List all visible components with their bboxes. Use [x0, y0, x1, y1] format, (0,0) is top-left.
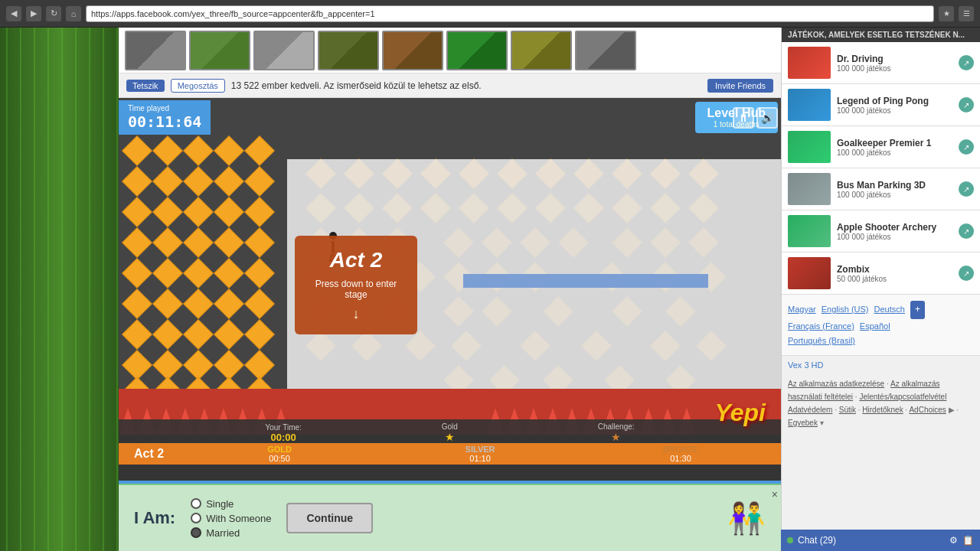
lang-francais[interactable]: Français (France): [788, 321, 854, 331]
sound-button[interactable]: 🔊: [756, 107, 778, 129]
score-act-label: Act 2: [119, 447, 179, 461]
menu-button[interactable]: ☰: [959, 6, 974, 21]
chat-bar: Chat (29) ⚙ 📋: [781, 530, 980, 551]
chat-gear-icon[interactable]: ⚙: [949, 535, 958, 546]
score-bottom: Act 2 GOLD 00:50 SILVER 01:10 BRONZE 01:…: [119, 443, 781, 465]
game-item-zombix[interactable]: Zombix 50 000 játékos ↗: [782, 253, 980, 295]
challenge-label: Challenge:: [598, 422, 635, 431]
ad-close-button[interactable]: ×: [772, 488, 778, 500]
diamond-tile: [214, 135, 244, 166]
game-item-bus-man[interactable]: Bus Man Parking 3D 100 000 játékos ↗: [782, 168, 980, 210]
footer-other[interactable]: Egyebek: [788, 419, 818, 427]
share-icon-goalkeeper[interactable]: ↗: [959, 139, 974, 155]
game-item-apple-shooter[interactable]: Apple Shooter Archery 100 000 játékos ↗: [782, 210, 980, 253]
footer-advertise[interactable]: Hirdetőknek: [862, 406, 903, 414]
silver-medal: SILVER 01:10: [380, 445, 580, 463]
vex3-link[interactable]: Vex 3 HD: [782, 356, 980, 374]
ad-options: Single With Someone Married: [191, 498, 271, 539]
language-bar: Magyar English (US) Deutsch + Français (…: [782, 295, 980, 356]
forward-button[interactable]: ▶: [26, 6, 41, 21]
game-thumb-bus-man: [788, 173, 831, 205]
challenge-star-icon: ★: [598, 431, 635, 443]
diamond-tile: [183, 258, 214, 289]
star-button[interactable]: ★: [939, 6, 954, 21]
game-thumb-zombix: [788, 257, 831, 289]
game-thumb-ping-pong: [788, 89, 831, 121]
home-button[interactable]: ⌂: [66, 6, 81, 21]
game-name-ping-pong: Legend of Ping Pong: [837, 96, 952, 106]
gold-col: Gold ★: [442, 422, 458, 443]
footer-privacy[interactable]: Az alkalmazás adatkezelése: [788, 380, 884, 388]
game-info-goalkeeper: Goalkeeper Premier 1 100 000 játékos: [837, 138, 952, 157]
address-bar[interactable]: [86, 5, 934, 22]
game-plays-zombix: 50 000 játékos: [837, 275, 952, 283]
refresh-button[interactable]: ↻: [46, 6, 61, 21]
option-married: Married: [191, 527, 271, 539]
diamond-tile: [183, 319, 214, 350]
thumb-green[interactable]: [446, 31, 508, 70]
footer-report[interactable]: Jelentés/kapcsolatfelvétel: [859, 393, 946, 401]
thumb-car[interactable]: [125, 31, 186, 70]
diamond-tile: [152, 135, 183, 166]
ad-continue-button[interactable]: Continue: [286, 503, 373, 533]
lang-espanol[interactable]: Español: [860, 321, 890, 331]
footer-cookies[interactable]: Sütik: [839, 406, 856, 414]
game-name-apple-shooter: Apple Shooter Archery: [837, 222, 952, 233]
right-panel-header: JÁTÉKOK, AMELYEK ESETLEG TETSZÉNEK N...: [782, 28, 980, 42]
game-plays-ping-pong: 100 000 játékos: [837, 106, 952, 115]
share-icon-dr-driving[interactable]: ↗: [959, 55, 974, 70]
lang-english[interactable]: English (US): [822, 305, 869, 314]
game-name-goalkeeper: Goalkeeper Premier 1: [837, 138, 952, 148]
browser-chrome: ◀ ▶ ↻ ⌂ ★ ☰: [0, 0, 980, 28]
radio-with-someone[interactable]: [191, 513, 201, 523]
like-button[interactable]: Tetszik: [126, 80, 165, 92]
game-area[interactable]: Time played 00:11:64 Level Hub 1 total d…: [119, 98, 781, 481]
option-single: Single: [191, 498, 271, 510]
game-item-dr-driving[interactable]: Dr. Driving 100 000 játékos ↗: [782, 42, 980, 84]
game-item-goalkeeper[interactable]: Goalkeeper Premier 1 100 000 játékos ↗: [782, 126, 980, 168]
game-plays-apple-shooter: 100 000 játékos: [837, 233, 952, 241]
lang-deutsch[interactable]: Deutsch: [874, 305, 905, 314]
radio-married[interactable]: [191, 527, 201, 538]
diamond-tile: [152, 197, 183, 227]
game-name-zombix: Zombix: [837, 264, 952, 275]
thumb-fighter[interactable]: [511, 31, 572, 70]
thumb-soccer[interactable]: [189, 31, 250, 70]
game-thumb-goalkeeper: [788, 131, 831, 163]
diamond-tile: [244, 258, 275, 289]
diamond-tile: [152, 166, 183, 197]
diamond-tile: [122, 319, 152, 350]
option-single-label: Single: [206, 498, 234, 510]
chat-settings-icon[interactable]: 📋: [962, 535, 974, 546]
diamond-tile: [152, 227, 183, 258]
footer-adatvédelem[interactable]: Adatvédelem: [788, 406, 832, 414]
challenge-col: Challenge: ★: [598, 422, 635, 443]
main-layout: Tetszik Megosztás 13 522 ember kedveli. …: [0, 28, 980, 551]
act-title: Act 2: [304, 248, 408, 272]
radio-single[interactable]: [191, 498, 201, 509]
left-decorative-strip: [0, 28, 119, 551]
lang-magyar[interactable]: Magyar: [788, 305, 816, 314]
game-item-ping-pong[interactable]: Legend of Ping Pong 100 000 játékos ↗: [782, 84, 980, 126]
thumb-racing[interactable]: [253, 31, 315, 70]
share-icon-apple-shooter[interactable]: ↗: [959, 223, 974, 239]
share-button[interactable]: Megosztás: [171, 79, 225, 93]
share-icon-zombix[interactable]: ↗: [959, 266, 974, 281]
gold-medal-label: GOLD: [267, 445, 292, 454]
diamond-tile: [152, 289, 183, 319]
lang-plus-button[interactable]: +: [910, 301, 925, 319]
down-arrow-icon: ↓: [304, 306, 408, 322]
pause-button[interactable]: ⏸: [733, 107, 754, 129]
footer-adchoices[interactable]: AdChoices: [909, 406, 946, 414]
diamond-tile: [214, 258, 244, 289]
back-button[interactable]: ◀: [6, 6, 21, 21]
lang-portugues[interactable]: Português (Brasil): [788, 336, 855, 345]
share-icon-ping-pong[interactable]: ↗: [959, 97, 974, 112]
thumb-gray[interactable]: [575, 31, 636, 70]
yepi-logo: Yepi: [715, 399, 766, 427]
share-icon-bus-man[interactable]: ↗: [959, 181, 974, 197]
invite-friends-button[interactable]: Invite Friends: [707, 79, 773, 93]
thumb-tank[interactable]: [318, 31, 379, 70]
couple-icon: 👫: [727, 500, 766, 536]
thumb-buggy[interactable]: [382, 31, 443, 70]
